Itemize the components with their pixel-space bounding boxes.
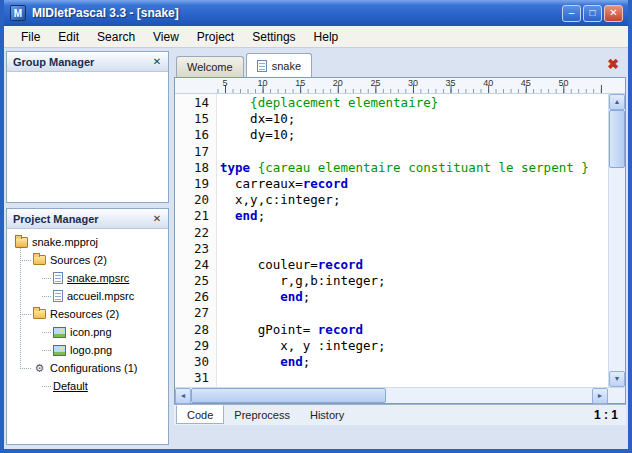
menu-item-settings[interactable]: Settings xyxy=(243,28,304,46)
ruler-number: 35 xyxy=(446,78,456,88)
tree-item-label: snake.mpsrc xyxy=(67,272,129,284)
tab-label: Welcome xyxy=(187,61,233,73)
tree-item-default[interactable]: Default xyxy=(9,377,166,395)
ruler-number: 20 xyxy=(333,78,343,88)
code-line-21[interactable]: end; xyxy=(220,208,608,224)
code-line-18[interactable]: type {careau elementaire constituant le … xyxy=(220,160,608,176)
project-icon xyxy=(15,237,28,248)
ruler-number: 10 xyxy=(258,78,268,88)
code-line-23[interactable] xyxy=(220,241,608,257)
code-line-31[interactable] xyxy=(220,370,608,386)
bottom-tab-preprocess[interactable]: Preprocess xyxy=(224,406,300,425)
line-number: 16 xyxy=(175,127,216,143)
menu-item-file[interactable]: File xyxy=(12,28,49,46)
scroll-up-button[interactable]: ▲ xyxy=(609,94,625,110)
code-line-24[interactable]: couleur=record xyxy=(220,257,608,273)
tree-item-sources-2[interactable]: Sources (2) xyxy=(9,251,166,269)
tree-item-label: logo.png xyxy=(70,344,112,356)
code-line-25[interactable]: r,g,b:integer; xyxy=(220,273,608,289)
code-segment: dx=10; xyxy=(220,111,295,126)
line-number: 27 xyxy=(175,305,216,321)
tab-label: snake xyxy=(272,60,301,72)
code-line-17[interactable] xyxy=(220,144,608,160)
code-area[interactable]: {deplacement elementaire} dx=10; dy=10;t… xyxy=(217,94,608,387)
group-manager-body xyxy=(7,72,168,202)
vertical-scrollbar[interactable]: ▲ ▼ xyxy=(608,94,625,387)
bottom-tabs: CodePreprocessHistory xyxy=(176,406,354,425)
bottom-tab-history[interactable]: History xyxy=(300,406,354,425)
code-line-26[interactable]: end; xyxy=(220,289,608,305)
code-segment: record xyxy=(318,257,363,272)
menu-item-help[interactable]: Help xyxy=(305,28,348,46)
code-line-28[interactable]: gPoint= record xyxy=(220,322,608,338)
close-button[interactable]: ✕ xyxy=(604,5,623,22)
horizontal-scroll-thumb[interactable] xyxy=(191,388,386,403)
code-segment xyxy=(220,289,280,304)
minimize-button[interactable]: – xyxy=(562,5,581,22)
menu-item-view[interactable]: View xyxy=(144,28,188,46)
line-number: 19 xyxy=(175,176,216,192)
scroll-right-button[interactable]: ► xyxy=(592,388,608,404)
ruler: 5101520253035404550 xyxy=(217,78,608,93)
tree-item-logo-png[interactable]: logo.png xyxy=(9,341,166,359)
project-manager-close-icon[interactable]: ✕ xyxy=(150,213,164,224)
source-file-icon xyxy=(53,290,63,302)
scroll-left-button[interactable]: ◄ xyxy=(175,388,191,404)
code-segment: record xyxy=(303,176,348,191)
code-segment: record xyxy=(318,322,363,337)
scroll-down-button[interactable]: ▼ xyxy=(609,371,625,387)
code-line-16[interactable]: dy=10; xyxy=(220,127,608,143)
code-line-15[interactable]: dx=10; xyxy=(220,111,608,127)
code-line-27[interactable] xyxy=(220,305,608,321)
code-line-19[interactable]: carreaux=record xyxy=(220,176,608,192)
folder-icon xyxy=(33,255,46,265)
group-manager-close-icon[interactable]: ✕ xyxy=(150,56,164,67)
line-number: 24 xyxy=(175,257,216,273)
tree-item-snake-mpsrc[interactable]: snake.mpsrc xyxy=(9,269,166,287)
menu-item-search[interactable]: Search xyxy=(88,28,144,46)
menu-item-project[interactable]: Project xyxy=(188,28,243,46)
tab-welcome[interactable]: Welcome xyxy=(176,56,244,77)
editor-mid: 141516171819202122232425262728293031 {de… xyxy=(175,94,625,387)
ruler-spacer xyxy=(175,78,217,93)
group-manager-panel: Group Manager ✕ xyxy=(6,51,169,203)
code-segment: type xyxy=(220,160,250,175)
tab-snake[interactable]: snake xyxy=(246,53,312,77)
line-number: 22 xyxy=(175,225,216,241)
horizontal-scrollbar[interactable]: ◄ ► xyxy=(175,388,608,403)
tree-item-configurations-1[interactable]: ⚙Configurations (1) xyxy=(9,359,166,377)
tree-item-resources-2[interactable]: Resources (2) xyxy=(9,305,166,323)
editor-frame: 5101520253035404550 14151617181920212223… xyxy=(174,77,626,404)
close-tab-icon[interactable]: ✖ xyxy=(598,56,628,72)
vertical-scroll-thumb[interactable] xyxy=(609,110,625,168)
menu-item-edit[interactable]: Edit xyxy=(49,28,88,46)
tree-item-icon-png[interactable]: icon.png xyxy=(9,323,166,341)
bottom-tab-code[interactable]: Code xyxy=(176,405,224,424)
code-line-20[interactable]: x,y,c:integer; xyxy=(220,192,608,208)
title-bar[interactable]: M MIDletPascal 3.3 - [snake] – □ ✕ xyxy=(4,0,628,26)
line-number: 25 xyxy=(175,273,216,289)
ruler-number: 45 xyxy=(521,78,531,88)
editor-tabs: Welcomesnake xyxy=(176,53,598,77)
main-area: Welcomesnake ✖ 5101520253035404550 14151… xyxy=(174,51,628,445)
app-icon: M xyxy=(10,5,26,21)
code-segment: end xyxy=(235,208,258,223)
tree-item-label: icon.png xyxy=(70,326,112,338)
tree-item-label: Resources (2) xyxy=(50,308,119,320)
line-number: 26 xyxy=(175,289,216,305)
ruler-corner xyxy=(608,78,625,93)
project-manager-header[interactable]: Project Manager ✕ xyxy=(7,209,168,229)
folder-icon xyxy=(33,309,46,319)
code-line-30[interactable]: end; xyxy=(220,354,608,370)
code-line-22[interactable] xyxy=(220,225,608,241)
tree-item-snake-mpproj[interactable]: snake.mpproj xyxy=(9,233,166,251)
maximize-button[interactable]: □ xyxy=(583,5,602,22)
cursor-position: 1 : 1 xyxy=(594,408,618,422)
code-segment xyxy=(220,354,280,369)
code-line-14[interactable]: {deplacement elementaire} xyxy=(220,95,608,111)
tree-item-accueil-mpsrc[interactable]: accueil.mpsrc xyxy=(9,287,166,305)
document-icon xyxy=(257,60,267,72)
tree-item-label: Sources (2) xyxy=(50,254,107,266)
group-manager-header[interactable]: Group Manager ✕ xyxy=(7,52,168,72)
code-line-29[interactable]: x, y :integer; xyxy=(220,338,608,354)
